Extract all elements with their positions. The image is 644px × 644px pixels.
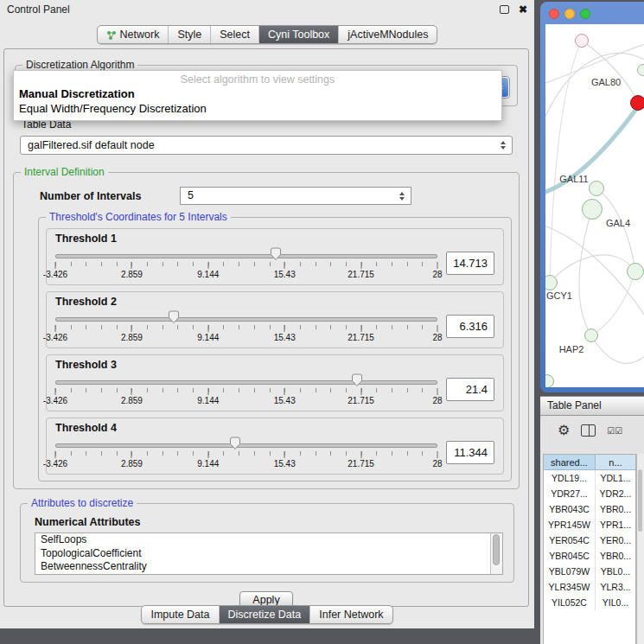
tab-network[interactable]: Network [98,26,169,43]
list-item[interactable]: BetweennessCentrality [35,560,502,574]
network-view-window: GAL80 GAL11 GAL4 GCY1 HAP2 [540,2,644,392]
tab-style-label: Style [177,29,201,41]
algorithm-option-equal-width[interactable]: Equal Width/Frequency Discretization [14,101,501,116]
close-traffic-light-icon[interactable] [549,9,559,19]
table-cell: YER054C [544,532,596,548]
table-panel-header: Table Panel [540,396,644,416]
slider-tick-labels: -3.4262.8599.14415.4321.71528 [55,459,437,469]
top-tabs: Network Style Select Cyni Toolbox jActiv… [97,25,438,44]
table-data-stepper-icon[interactable] [501,137,506,154]
tab-select-label: Select [220,29,250,41]
table-scrollbar[interactable] [636,454,644,644]
slider-ticks [55,325,437,332]
tab-infer-network[interactable]: Infer Network [309,606,392,623]
tab-impute-data-label: Impute Data [150,609,209,621]
slider-track[interactable] [55,317,437,322]
slider-track[interactable] [55,380,437,385]
list-scrollbar-thumb[interactable] [493,534,500,565]
network-canvas[interactable]: GAL80 GAL11 GAL4 GCY1 HAP2 [545,24,644,387]
threshold-2-slider[interactable]: -3.4262.8599.14415.4321.71528 [55,309,437,343]
table-row[interactable]: YBR045CYBR0... [544,548,635,564]
network-node[interactable] [584,328,598,342]
list-item[interactable]: SelfLoops [35,533,502,547]
list-item[interactable]: TopologicalCoefficient [35,547,502,561]
network-node[interactable] [637,64,644,76]
table-row[interactable]: YDL19...YDL1... [544,470,635,486]
threshold-3-label: Threshold 3 [55,359,494,371]
algorithm-dropdown-popup: Select algorithm to view settings Manual… [13,70,502,121]
threshold-4-value-field[interactable]: 11.344 [446,441,494,464]
tab-impute-data[interactable]: Impute Data [142,606,218,623]
spinner-stepper-icon[interactable] [399,188,405,204]
slider-track[interactable] [55,443,437,448]
zoom-traffic-light-icon[interactable] [580,9,590,19]
attributes-list: SelfLoops TopologicalCoefficient Between… [35,532,503,575]
tab-discretize-data[interactable]: Discretize Data [219,606,310,623]
slider-ticks [55,262,437,269]
column-header[interactable]: shared... [544,455,596,470]
tab-cyni-toolbox[interactable]: Cyni Toolbox [258,26,338,43]
table-row[interactable]: YER054CYER0... [544,532,635,548]
tab-style[interactable]: Style [168,26,210,43]
table-row[interactable]: YIL052CYIL0... [544,595,635,610]
checkbox-icons[interactable]: ☑☑ [607,426,622,436]
slider-thumb[interactable] [229,437,241,450]
table-cell: YIL0... [596,595,635,610]
network-node-selected[interactable] [630,95,644,111]
slider-track[interactable] [55,254,437,258]
table-cell: YDR2... [596,486,635,501]
threshold-2-value-field[interactable]: 6.316 [446,315,494,338]
minimize-traffic-light-icon[interactable] [564,9,575,19]
algorithm-option-manual[interactable]: Manual Discretization [14,86,501,101]
network-node[interactable] [589,181,604,196]
table-panel: ⚙ ☑☑ shared... n... YDL19...YDL1... YDR2… [540,416,644,644]
table-data-value: galFiltered.sif default node [28,139,155,151]
threshold-panel-1: Threshold 1 -3 [46,228,504,285]
table-row[interactable]: YBL079WYBL0... [544,564,635,579]
number-of-intervals-spinner[interactable]: 5 [180,187,411,205]
network-node[interactable] [575,34,589,48]
table-row[interactable]: YLR345WYLR3... [544,579,635,595]
threshold-2-label: Threshold 2 [55,296,494,308]
tab-select[interactable]: Select [210,26,258,43]
threshold-1-value-field[interactable]: 14.713 [446,252,494,275]
float-window-icon[interactable] [500,5,509,14]
table-row[interactable]: YDR27...YDR2... [544,486,635,501]
threshold-4-slider[interactable]: -3.4262.8599.14415.4321.71528 [55,436,437,469]
slider-ticks [55,388,437,395]
table-cell: YLR345W [544,579,596,595]
table-row[interactable]: YPR145WYPR1... [544,517,635,532]
number-of-intervals-value: 5 [188,189,194,201]
list-scrollbar[interactable] [490,533,502,574]
table-data-combobox[interactable]: galFiltered.sif default node [20,136,513,155]
top-tab-row: Network Style Select Cyni Toolbox jActiv… [0,25,534,44]
slider-thumb[interactable] [270,247,282,261]
tab-infer-network-label: Infer Network [319,609,383,621]
tab-jactivemnodules[interactable]: jActiveMNodules [338,26,437,43]
network-node[interactable] [582,199,603,220]
number-of-intervals-label: Number of Intervals [40,190,180,202]
network-node[interactable] [627,263,644,280]
threshold-panel-3: Threshold 3 -3 [46,354,504,411]
threshold-3-value-field[interactable]: 21.4 [446,378,494,401]
application-window: Control Panel ✖ Network Style Select Cyn… [0,0,644,644]
slider-thumb[interactable] [351,373,363,387]
threshold-panel-2: Threshold 2 -3 [46,291,504,348]
node-attribute-table: shared... n... YDL19...YDL1... YDR27...Y… [543,454,636,644]
table-cell: YPR1... [596,517,635,532]
panel-title: Control Panel [7,3,500,16]
threshold-1-slider[interactable]: -3.4262.8599.14415.4321.71528 [55,246,437,280]
table-row[interactable]: YBR043CYBR0... [544,501,635,517]
slider-thumb[interactable] [168,310,180,324]
threshold-3-slider[interactable]: -3.4262.8599.14415.4321.71528 [55,373,437,406]
column-header[interactable]: n... [596,455,635,470]
table-cell: YDL19... [544,470,596,486]
columns-icon[interactable] [581,424,596,437]
thresholds-group-title: Threshold's Coordinates for 5 Intervals [46,211,231,223]
table-cell: YPR145W [544,517,596,532]
gear-icon[interactable]: ⚙ [558,424,570,437]
table-panel-toolbar: ⚙ ☑☑ [540,416,644,438]
close-icon[interactable]: ✖ [519,4,527,15]
table-scrollbar-thumb[interactable] [638,469,642,532]
table-cell: YLR3... [596,579,635,595]
